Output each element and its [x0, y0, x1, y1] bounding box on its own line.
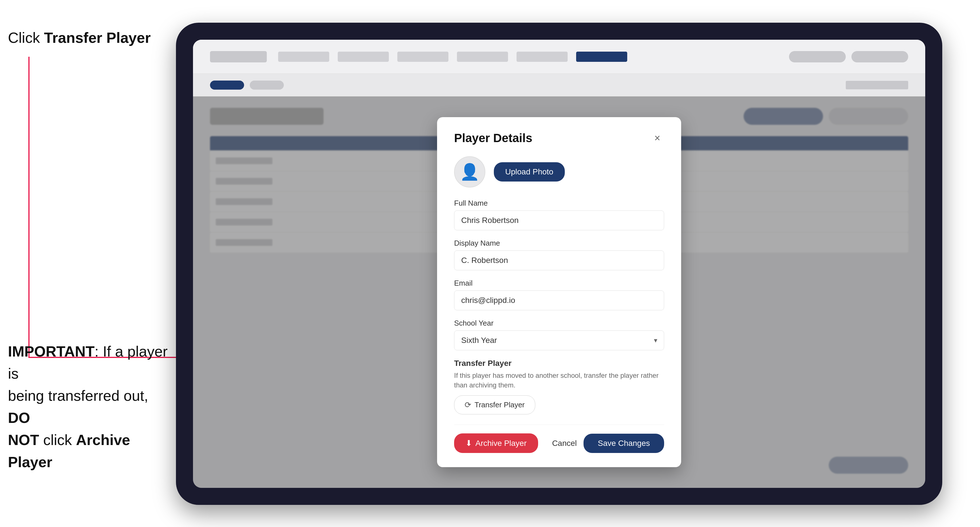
modal-header: Player Details × [454, 131, 664, 145]
transfer-player-label: Transfer Player [474, 400, 525, 409]
full-name-group: Full Name [454, 199, 664, 230]
sub-bar [193, 74, 925, 97]
sub-tab-active[interactable] [210, 81, 244, 90]
nav-item-schedule[interactable] [457, 52, 508, 62]
app-nav-actions [789, 51, 908, 62]
display-name-input[interactable] [454, 251, 664, 270]
nav-item-team[interactable] [576, 52, 627, 62]
person-icon: 👤 [460, 162, 480, 181]
school-year-group: School Year Sixth Year ▾ [454, 319, 664, 350]
app-bar [193, 40, 925, 74]
school-year-label: School Year [454, 319, 664, 328]
app-nav [278, 52, 778, 62]
nav-action-2[interactable] [851, 51, 908, 62]
instruction-top: Click Transfer Player [8, 29, 151, 48]
save-changes-button[interactable]: Save Changes [584, 434, 664, 453]
instruction-do: DO [8, 410, 30, 426]
annotation-line-vertical [29, 57, 30, 357]
app-logo [210, 51, 267, 62]
transfer-section-title: Transfer Player [454, 359, 664, 368]
instruction-click: click [39, 432, 76, 448]
transfer-section-desc: If this player has moved to another scho… [454, 371, 664, 390]
archive-player-button[interactable]: ⬇ Archive Player [454, 433, 538, 453]
display-name-label: Display Name [454, 239, 664, 248]
tablet-screen: Player Details × 👤 Upload Photo [193, 40, 925, 488]
instruction-top-text: Click [8, 30, 44, 46]
cancel-button[interactable]: Cancel [552, 439, 577, 448]
instruction-not: NOT [8, 432, 39, 448]
modal-footer: ⬇ Archive Player Cancel Save Changes [454, 425, 664, 453]
modal-overlay: Player Details × 👤 Upload Photo [193, 97, 925, 488]
close-icon: × [654, 132, 660, 144]
upload-photo-button[interactable]: Upload Photo [494, 162, 565, 181]
email-label: Email [454, 279, 664, 287]
transfer-section: Transfer Player If this player has moved… [454, 359, 664, 414]
close-button[interactable]: × [651, 131, 664, 145]
school-year-select[interactable]: Sixth Year [454, 330, 664, 350]
archive-icon: ⬇ [465, 438, 472, 448]
transfer-player-button[interactable]: ⟳ Transfer Player [454, 395, 535, 414]
breadcrumb [846, 81, 908, 89]
school-year-select-wrapper: Sixth Year ▾ [454, 330, 664, 350]
archive-player-label: Archive Player [476, 439, 527, 448]
full-name-input[interactable] [454, 211, 664, 230]
email-group: Email [454, 279, 664, 310]
nav-item-leaderboard[interactable] [517, 52, 568, 62]
player-details-modal: Player Details × 👤 Upload Photo [437, 117, 681, 467]
main-content: Player Details × 👤 Upload Photo [193, 97, 925, 488]
email-input[interactable] [454, 290, 664, 310]
nav-item-tournaments[interactable] [338, 52, 389, 62]
nav-item-trips[interactable] [397, 52, 449, 62]
nav-action-1[interactable] [789, 51, 846, 62]
instruction-top-bold: Transfer Player [44, 30, 151, 46]
avatar: 👤 [454, 156, 485, 187]
instruction-bottom: IMPORTANT: If a player is being transfer… [8, 340, 173, 473]
transfer-icon: ⟳ [465, 400, 471, 410]
nav-item-dashboard[interactable] [278, 52, 329, 62]
sub-tab-2[interactable] [250, 81, 284, 90]
modal-title: Player Details [454, 131, 533, 145]
tablet-device: Player Details × 👤 Upload Photo [176, 23, 942, 505]
display-name-group: Display Name [454, 239, 664, 270]
avatar-section: 👤 Upload Photo [454, 156, 664, 187]
instruction-line2: being transferred out, [8, 387, 148, 404]
instruction-important: IMPORTANT [8, 343, 94, 360]
full-name-label: Full Name [454, 199, 664, 208]
